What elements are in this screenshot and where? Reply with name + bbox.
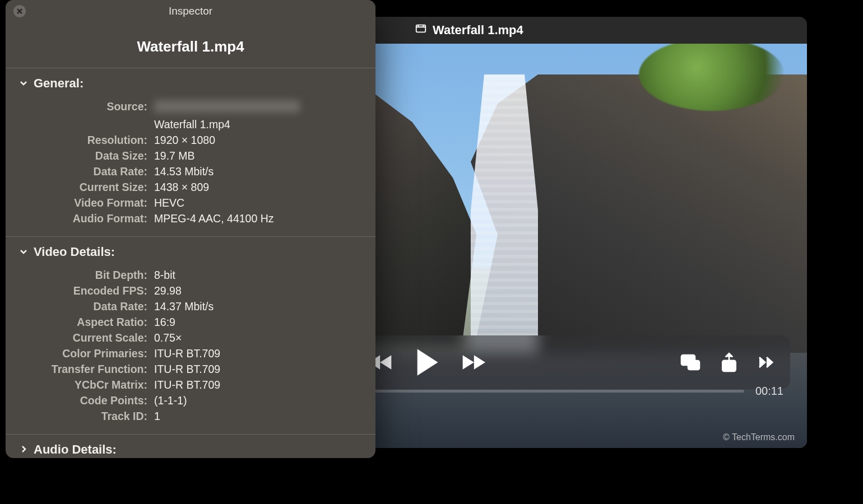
more-actions-button[interactable]	[758, 355, 774, 370]
row-encoded-fps: Encoded FPS: 29.98	[6, 283, 375, 298]
row-code-points: Code Points: (1-1-1)	[6, 393, 375, 408]
row-transfer-function: Transfer Function: ITU-R BT.709	[6, 361, 375, 377]
svg-rect-2	[688, 361, 699, 370]
value-bit-depth: 8-bit	[154, 269, 375, 282]
section-general-body: Source: Waterfall 1.mp4 Resolution: 1920…	[6, 96, 375, 236]
label-audio-format: Audio Format:	[6, 212, 154, 225]
label-transfer-function: Transfer Function:	[6, 363, 154, 376]
value-data-size: 19.7 MB	[154, 150, 375, 162]
time-remaining: 00:11	[755, 385, 790, 398]
value-video-format: HEVC	[154, 197, 375, 209]
label-source: Source:	[6, 100, 154, 115]
row-source: Source:	[6, 99, 375, 116]
row-current-size: Current Size: 1438 × 809	[6, 179, 375, 195]
label-ycbcr-matrix: YCbCr Matrix:	[6, 379, 154, 391]
row-current-scale: Current Scale: 0.75×	[6, 330, 375, 346]
label-current-size: Current Size:	[6, 181, 154, 194]
value-video-data-rate: 14.37 Mbit/s	[154, 300, 375, 313]
section-audio-details-title: Audio Details:	[34, 442, 117, 457]
inspector-titlebar[interactable]: Inspector	[6, 0, 375, 22]
section-video-details-body: Bit Depth: 8-bit Encoded FPS: 29.98 Data…	[6, 265, 375, 434]
row-video-format: Video Format: HEVC	[6, 195, 375, 211]
value-source-filename: Waterfall 1.mp4	[154, 118, 375, 131]
section-general-title: General:	[34, 76, 83, 91]
watermark-text: © TechTerms.com	[723, 432, 795, 442]
inspector-filename: Waterfall 1.mp4	[6, 22, 375, 68]
row-aspect-ratio: Aspect Ratio: 16:9	[6, 314, 375, 330]
close-button[interactable]	[13, 5, 26, 17]
value-data-rate: 14.53 Mbit/s	[154, 165, 375, 178]
progress-slider[interactable]	[353, 390, 744, 393]
value-aspect-ratio: 16:9	[154, 316, 375, 329]
inspector-window: Inspector Waterfall 1.mp4 General: Sourc…	[6, 0, 375, 458]
video-frame-waterfall	[471, 74, 538, 377]
inspector-title: Inspector	[6, 5, 375, 17]
value-color-primaries: ITU-R BT.709	[154, 347, 375, 360]
section-video-details-title: Video Details:	[34, 245, 115, 259]
chevron-down-icon	[19, 245, 28, 259]
play-button[interactable]	[414, 348, 440, 377]
section-general-header[interactable]: General:	[6, 68, 375, 96]
svg-rect-0	[416, 25, 426, 32]
label-bit-depth: Bit Depth:	[6, 269, 154, 282]
value-resolution: 1920 × 1080	[154, 134, 375, 147]
label-current-scale: Current Scale:	[6, 332, 154, 344]
chevron-down-icon	[19, 76, 28, 91]
label-track-id: Track ID:	[6, 410, 154, 423]
row-track-id: Track ID: 1	[6, 408, 375, 424]
player-title-filename: Waterfall 1.mp4	[433, 23, 523, 38]
label-color-primaries: Color Primaries:	[6, 347, 154, 360]
value-source-redacted	[154, 100, 300, 113]
value-encoded-fps: 29.98	[154, 284, 375, 297]
playback-progress-row: 00:11	[353, 381, 790, 400]
label-resolution: Resolution:	[6, 134, 154, 147]
value-current-size: 1438 × 809	[154, 181, 375, 194]
value-ycbcr-matrix: ITU-R BT.709	[154, 379, 375, 391]
value-transfer-function: ITU-R BT.709	[154, 363, 375, 376]
section-video-details-header[interactable]: Video Details:	[6, 237, 375, 265]
video-file-icon	[415, 22, 427, 38]
chevron-right-icon	[19, 442, 28, 457]
value-current-scale: 0.75×	[154, 332, 375, 344]
label-code-points: Code Points:	[6, 394, 154, 407]
label-encoded-fps: Encoded FPS:	[6, 284, 154, 297]
fast-forward-button[interactable]	[461, 352, 485, 372]
value-track-id: 1	[154, 410, 375, 423]
row-source-line2: Waterfall 1.mp4	[6, 116, 375, 132]
value-audio-format: MPEG-4 AAC, 44100 Hz	[154, 212, 375, 225]
row-bit-depth: Bit Depth: 8-bit	[6, 267, 375, 283]
label-video-format: Video Format:	[6, 197, 154, 209]
picture-in-picture-button[interactable]	[680, 353, 700, 371]
share-button[interactable]	[721, 352, 737, 372]
label-data-rate: Data Rate:	[6, 165, 154, 178]
svg-rect-3	[722, 361, 735, 371]
row-data-rate: Data Rate: 14.53 Mbit/s	[6, 164, 375, 179]
row-resolution: Resolution: 1920 × 1080	[6, 132, 375, 148]
row-ycbcr-matrix: YCbCr Matrix: ITU-R BT.709	[6, 377, 375, 393]
section-audio-details-header[interactable]: Audio Details:	[6, 435, 375, 458]
row-data-size: Data Size: 19.7 MB	[6, 148, 375, 164]
label-aspect-ratio: Aspect Ratio:	[6, 316, 154, 329]
label-data-size: Data Size:	[6, 150, 154, 162]
row-video-data-rate: Data Rate: 14.37 Mbit/s	[6, 298, 375, 314]
row-audio-format: Audio Format: MPEG-4 AAC, 44100 Hz	[6, 211, 375, 226]
row-color-primaries: Color Primaries: ITU-R BT.709	[6, 346, 375, 361]
value-code-points: (1-1-1)	[154, 394, 375, 407]
label-video-data-rate: Data Rate:	[6, 300, 154, 313]
